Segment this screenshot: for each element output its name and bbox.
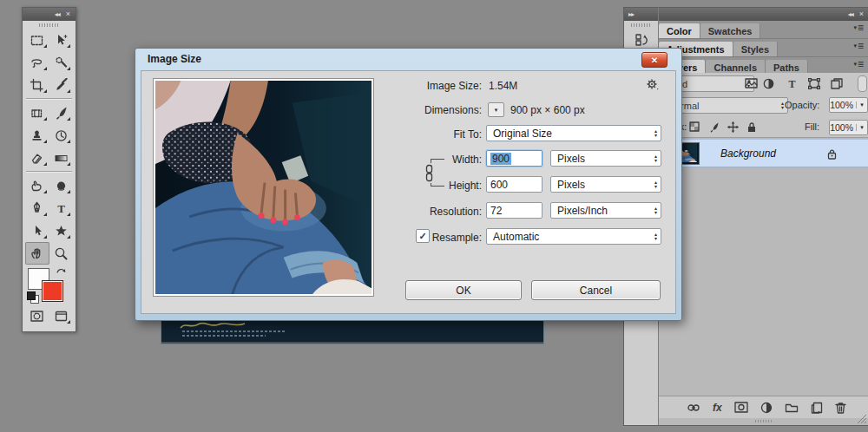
swap-colors-icon[interactable]: [56, 266, 67, 275]
panel-drag-handle[interactable]: [755, 420, 773, 422]
screen-mode-icon: [54, 309, 69, 324]
dimensions-unit-button[interactable]: [488, 102, 504, 117]
screen-mode-button[interactable]: [49, 304, 74, 327]
resize-grip-icon[interactable]: [857, 414, 867, 424]
lock-position-icon[interactable]: [727, 121, 739, 133]
fit-to-label: Fit To:: [308, 128, 482, 141]
burn-tool[interactable]: [49, 174, 74, 197]
gradient-icon: [54, 151, 69, 166]
filter-shape-layers-icon[interactable]: [808, 78, 820, 89]
image-size-value: 1.54M: [489, 80, 517, 92]
eyedropper-tool[interactable]: [49, 74, 74, 96]
lock-pixels-icon[interactable]: [708, 121, 720, 133]
dock-drag-handle[interactable]: [631, 23, 652, 27]
close-panel-icon[interactable]: ×: [66, 8, 70, 21]
svg-text:T: T: [788, 78, 795, 89]
eraser-tool[interactable]: [25, 147, 49, 169]
spinner-icon: [654, 232, 657, 241]
smudge-icon: [30, 179, 44, 193]
quick-selection-tool[interactable]: [49, 51, 74, 74]
move-tool[interactable]: [49, 29, 74, 51]
expand-dock-icon[interactable]: ▸▸: [628, 8, 634, 21]
lock-all-icon[interactable]: [746, 121, 757, 133]
tab-swatches[interactable]: Swatches: [700, 23, 761, 38]
opacity-control[interactable]: 100%: [829, 97, 868, 113]
filter-pixel-layers-icon[interactable]: [745, 78, 758, 89]
opacity-value: 100%: [830, 100, 856, 110]
brush-tool[interactable]: [49, 101, 74, 124]
rectangular-marquee-tool[interactable]: [25, 29, 49, 51]
blend-mode-row: Normal Opacity: 100%: [659, 94, 868, 117]
add-layer-mask-icon[interactable]: [734, 402, 748, 413]
ok-button[interactable]: OK: [405, 280, 522, 300]
resolution-input[interactable]: 72: [486, 202, 542, 219]
custom-shape-tool[interactable]: [49, 219, 74, 242]
gradient-tool[interactable]: [49, 147, 74, 169]
path-selection-icon: [30, 224, 44, 239]
crop-icon: [30, 78, 44, 93]
healing-brush-tool[interactable]: [25, 101, 49, 124]
crop-tool[interactable]: [25, 74, 49, 96]
panel-menu-icon[interactable]: [853, 42, 864, 50]
resample-value: Automatic: [493, 231, 539, 243]
dianisa-watermark: dianisacom: [709, 429, 845, 432]
panel-menu-icon[interactable]: [853, 23, 864, 32]
lock-transparency-icon[interactable]: [689, 121, 700, 133]
zoom-tool[interactable]: [49, 242, 74, 265]
layer-style-fx-icon[interactable]: fx: [713, 401, 722, 415]
background-color-swatch[interactable]: [42, 280, 63, 302]
resolution-unit-dropdown[interactable]: Pixels/Inch: [550, 202, 661, 219]
dimensions-value: 900 px × 600 px: [510, 104, 585, 116]
filter-type-layers-icon[interactable]: T: [786, 78, 798, 89]
watermark-text-dark: dia: [709, 429, 744, 432]
filter-smart-objects-icon[interactable]: [831, 78, 843, 89]
height-input[interactable]: 600: [486, 176, 542, 193]
width-unit-dropdown[interactable]: Pixels: [550, 150, 661, 167]
cancel-button[interactable]: Cancel: [531, 280, 661, 300]
pen-tool[interactable]: [25, 197, 49, 219]
hand-tool[interactable]: [25, 242, 49, 265]
resample-dropdown[interactable]: Automatic: [486, 228, 661, 245]
lasso-icon: [30, 56, 44, 70]
resolution-label: Resolution:: [308, 206, 482, 218]
layer-lock-icon: [826, 147, 838, 160]
quick-mask-button[interactable]: [25, 304, 49, 327]
zoom-icon: [54, 246, 69, 261]
width-input[interactable]: 900: [486, 150, 542, 167]
tab-color[interactable]: Color: [659, 23, 700, 38]
layer-name[interactable]: Background: [720, 147, 826, 160]
height-label: Height:: [308, 180, 482, 192]
tab-styles[interactable]: Styles: [733, 42, 778, 56]
history-brush-icon: [54, 128, 69, 143]
lasso-tool[interactable]: [25, 51, 49, 74]
new-group-icon[interactable]: [785, 402, 799, 413]
dialog-close-button[interactable]: ✕: [641, 52, 667, 68]
gear-icon[interactable]: [646, 78, 659, 91]
new-adjustment-layer-icon[interactable]: [760, 402, 773, 414]
fit-to-dropdown[interactable]: Original Size: [486, 125, 661, 141]
watermark-text-red: nisa: [744, 429, 792, 432]
layers-panel: Kind T Normal Opacity: 100%: [659, 73, 868, 425]
panel-menu-icon[interactable]: [853, 60, 864, 69]
height-unit-dropdown[interactable]: Pixels: [550, 176, 661, 193]
new-layer-icon[interactable]: [811, 402, 823, 414]
collapse-panel-icon[interactable]: ◂◂: [55, 8, 60, 21]
smudge-tool[interactable]: [25, 174, 49, 197]
panel-drag-handle[interactable]: [39, 23, 60, 27]
collapse-dock-icon[interactable]: ◂◂: [848, 8, 853, 21]
delete-layer-icon[interactable]: [835, 402, 846, 414]
default-foreground-swatch[interactable]: [27, 291, 36, 300]
path-selection-tool[interactable]: [25, 219, 49, 242]
filter-toggle-switch[interactable]: [858, 75, 867, 92]
color-swatches-tab-group: Color Swatches: [659, 21, 868, 39]
history-panel-button[interactable]: [630, 30, 653, 49]
filter-adjustment-layers-icon[interactable]: [763, 78, 774, 89]
link-layers-icon[interactable]: [687, 402, 700, 414]
layer-filter-row: Kind T: [659, 73, 868, 95]
history-brush-tool[interactable]: [49, 124, 74, 147]
close-dock-icon[interactable]: ×: [859, 8, 864, 21]
fill-control[interactable]: 100%: [829, 120, 868, 135]
layer-row-background[interactable]: Background: [659, 139, 868, 167]
clone-stamp-tool[interactable]: [25, 124, 49, 147]
type-tool[interactable]: T: [49, 197, 74, 219]
